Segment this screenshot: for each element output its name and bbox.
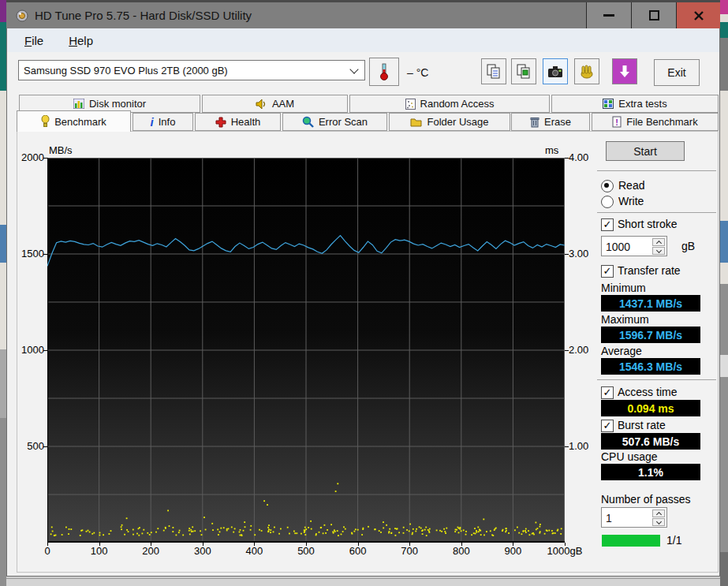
screenshot-button[interactable] <box>543 58 568 84</box>
transfer-rate-checkbox[interactable]: ✓ <box>601 265 614 278</box>
minimize-button[interactable] <box>586 2 631 28</box>
access-time-dot <box>547 530 548 532</box>
access-time-dot <box>532 533 533 535</box>
minimum-label: Minimum <box>601 282 646 294</box>
access-time-dot <box>217 529 218 531</box>
passes-spinner[interactable]: 1 <box>601 507 667 528</box>
access-time-dot <box>342 531 344 532</box>
access-time-dot <box>553 532 554 534</box>
access-time-dot <box>287 527 289 528</box>
access-time-dot <box>310 521 312 522</box>
access-time-dot <box>86 531 88 532</box>
tab-extra-tests[interactable]: Extra tests <box>551 95 719 113</box>
tab-error-scan[interactable]: Error Scan <box>282 113 387 131</box>
background-window-sliver <box>720 221 728 263</box>
access-time-dot <box>483 535 485 536</box>
tab-folder-usage[interactable]: Folder Usage <box>389 113 510 131</box>
access-time-dot <box>263 500 265 502</box>
tab-health[interactable]: Health <box>195 113 281 131</box>
tab-aam[interactable]: AAM <box>202 95 348 113</box>
access-time-dot <box>463 529 465 531</box>
access-time-dot <box>461 530 462 532</box>
screen: HD Tune Pro 5.75 - Hard Disk/SSD Utility… <box>0 0 728 586</box>
menu-file[interactable]: File <box>17 34 51 47</box>
tab-label: Health <box>231 116 261 128</box>
access-time-dot <box>301 533 302 535</box>
access-time-dot <box>335 491 337 492</box>
spin-up-button[interactable] <box>652 238 665 246</box>
passes-value: 1 <box>606 512 612 524</box>
trash-icon <box>530 116 539 128</box>
tab-random-access[interactable]: Random Access <box>349 95 550 113</box>
drive-select[interactable]: Samsung SSD 970 EVO Plus 2TB (2000 gB) <box>18 60 365 80</box>
spin-down-button[interactable] <box>652 518 665 526</box>
menu-help[interactable]: Help <box>61 34 101 47</box>
divider <box>597 170 716 171</box>
access-time-dot <box>454 531 456 532</box>
maximize-button[interactable] <box>631 2 676 28</box>
access-time-dot <box>93 532 95 534</box>
access-time-dot <box>494 529 495 531</box>
capacity-spinner[interactable]: 1000 <box>601 236 667 256</box>
tab-file-benchmark[interactable]: ! File Benchmark <box>592 113 719 131</box>
folder-icon <box>410 117 422 127</box>
tab-label: Erase <box>544 116 571 128</box>
tab-info[interactable]: i Info <box>133 113 193 131</box>
read-radio[interactable] <box>601 180 614 192</box>
access-time-dot <box>138 535 140 536</box>
access-time-dot <box>250 525 252 527</box>
access-time-dot <box>551 530 553 532</box>
options-button[interactable] <box>574 58 599 84</box>
copy-image-button[interactable] <box>511 58 536 84</box>
access-time-dot <box>395 535 397 536</box>
burst-rate-checkbox[interactable]: ✓ <box>601 420 614 432</box>
access-time-dot <box>413 528 414 530</box>
write-radio[interactable] <box>601 196 614 208</box>
copy-text-button[interactable] <box>481 58 506 84</box>
exit-button[interactable]: Exit <box>654 59 700 86</box>
access-time-dot <box>169 525 170 527</box>
background-window-sliver <box>720 284 728 355</box>
background-window-sliver <box>720 0 728 14</box>
drive-select-value: Samsung SSD 970 EVO Plus 2TB (2000 gB) <box>24 65 228 77</box>
start-button[interactable]: Start <box>606 141 685 161</box>
access-time-dot <box>337 530 338 532</box>
tab-label: Disk monitor <box>89 98 146 110</box>
disk-monitor-icon <box>73 99 84 109</box>
access-time-dot <box>226 528 228 530</box>
access-time-dot <box>250 529 252 531</box>
access-time-dot <box>409 531 410 532</box>
access-time-dot <box>324 524 326 526</box>
access-time-dot <box>305 528 307 530</box>
access-time-dot <box>465 531 467 532</box>
access-time-dot <box>561 528 562 530</box>
temperature-button[interactable] <box>369 58 399 86</box>
spin-down-button[interactable] <box>652 247 665 255</box>
access-time-dot <box>192 526 193 528</box>
access-time-dot <box>243 530 245 532</box>
maximize-icon <box>649 10 659 21</box>
close-button[interactable] <box>676 2 720 28</box>
access-time-dot <box>189 528 190 529</box>
access-time-dot <box>267 527 269 528</box>
access-time-dot <box>142 533 144 535</box>
read-radio-label: Read <box>618 179 644 192</box>
tab-benchmark[interactable]: Benchmark <box>17 110 131 132</box>
access-time-dot <box>165 527 166 528</box>
access-time-dot <box>332 531 334 532</box>
spin-up-button[interactable] <box>652 509 665 517</box>
access-time-dot <box>62 534 63 536</box>
close-icon <box>694 11 704 21</box>
access-time-dot <box>523 531 525 532</box>
average-label: Average <box>601 345 642 357</box>
tab-erase[interactable]: Erase <box>511 113 590 131</box>
access-time-dot <box>357 529 359 531</box>
access-time-dot <box>422 533 424 535</box>
access-time-dot <box>363 528 364 529</box>
save-results-button[interactable] <box>612 58 637 84</box>
background-window-sliver <box>720 38 728 91</box>
access-time-dot <box>525 532 527 533</box>
short-stroke-checkbox[interactable]: ✓ <box>601 218 614 231</box>
access-time-checkbox[interactable]: ✓ <box>601 386 614 399</box>
cpu-usage-value: 1.1% <box>601 464 700 480</box>
